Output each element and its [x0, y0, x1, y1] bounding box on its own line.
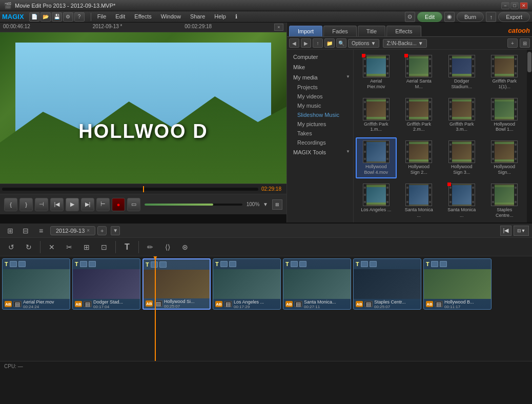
redo-button[interactable]: ↻: [22, 240, 36, 254]
forward-button[interactable]: ▶: [301, 38, 311, 48]
file-item-dodger[interactable]: Dodger Stadium...: [441, 52, 482, 93]
clip-hollywood-sign[interactable]: T AB ▤ Hollywood Si... 00:25:07: [142, 258, 211, 310]
sidebar-item-mypictures[interactable]: My pictures: [287, 119, 353, 129]
menu-share[interactable]: Share: [186, 12, 209, 21]
burn-mode-button[interactable]: Burn: [457, 12, 484, 22]
clip-los-angeles[interactable]: T AB ▤ Los Angeles ... 00:17:29: [213, 258, 281, 310]
file-item-griffith2[interactable]: Griffith Park 1.m...: [356, 95, 397, 136]
sidebar-item-myvideos[interactable]: My videos: [287, 92, 353, 101]
file-item-santa-monica2[interactable]: Santa Monica ...: [441, 180, 482, 221]
export-icon[interactable]: ↑: [486, 12, 496, 22]
path-dropdown[interactable]: Z:\N-Backu... ▼: [383, 39, 426, 48]
tab-fades[interactable]: Fades: [323, 26, 357, 36]
file-item-hollywood-sign2[interactable]: Hollywood Sign 2...: [399, 137, 440, 178]
sidebar-item-slideshowmusic[interactable]: Slideshow Music: [287, 110, 353, 119]
file-item-aerial-santa[interactable]: Aerial Santa M...: [399, 52, 440, 93]
mark-in-button[interactable]: {: [4, 198, 17, 211]
save-button[interactable]: 💾: [52, 12, 62, 22]
preview-scrubber[interactable]: 02:29:18: [0, 184, 287, 194]
file-item-staples[interactable]: Staples Centre...: [484, 180, 525, 221]
file-item-santa-monica1[interactable]: Santa Monica ...: [399, 180, 440, 221]
sidebar-item-mike[interactable]: Mike: [287, 62, 353, 72]
file-item-aerial-pier[interactable]: Aerial Pier.mov: [356, 52, 397, 93]
cut-remove-button[interactable]: ✕: [45, 240, 59, 254]
file-item-hollywood-sign3[interactable]: Hollywood Sign 3...: [441, 137, 482, 178]
menu-edit[interactable]: Edit: [111, 12, 129, 21]
help-tool-button[interactable]: ?: [74, 12, 85, 22]
file-item-hollywood-sign4[interactable]: Hollywood Sign...: [484, 137, 525, 178]
prev-frame-button[interactable]: ⊣: [35, 198, 48, 211]
chain-button[interactable]: ⊛: [178, 240, 192, 254]
file-item-hollywood-bowl1[interactable]: Hollywood Bowl 1...: [484, 95, 525, 136]
sidebar-item-projects[interactable]: Projects: [287, 83, 353, 92]
mark-out-button[interactable]: }: [19, 198, 33, 211]
text-button[interactable]: T: [120, 240, 134, 254]
tab-close-button[interactable]: ×: [87, 228, 90, 233]
preview-close-btn[interactable]: ×: [274, 24, 283, 31]
add-view-button[interactable]: +: [507, 38, 518, 48]
scrollbar[interactable]: [527, 50, 532, 223]
zoom-dropdown[interactable]: ▼: [263, 201, 268, 207]
tab-import[interactable]: Import: [289, 26, 322, 36]
menu-window[interactable]: Window: [157, 12, 185, 21]
paste-button[interactable]: ⊡: [97, 240, 111, 254]
undo-button[interactable]: ↺: [4, 240, 18, 254]
tab-dropdown-button[interactable]: ▼: [111, 226, 120, 235]
close-button[interactable]: ✕: [520, 2, 528, 9]
edit-mode-button[interactable]: Edit: [417, 12, 442, 22]
open-button[interactable]: 📂: [40, 12, 51, 22]
clip-aerial-pier[interactable]: T AB ▤ Aerial Pier.mov 00:24:24: [2, 258, 70, 310]
next-frame-button[interactable]: ⊢: [96, 198, 110, 211]
sidebar-item-magixtools[interactable]: MAGIX Tools: [287, 147, 353, 157]
monitor-icon[interactable]: ⊙: [405, 12, 415, 22]
menu-effects[interactable]: Effects: [130, 12, 155, 21]
copy-button[interactable]: ⊞: [79, 240, 94, 254]
clip-dodger[interactable]: T AB ▤ Dodger Stad... 00:17:04: [72, 258, 140, 310]
volume-bar[interactable]: [145, 204, 242, 206]
minimize-button[interactable]: −: [501, 2, 509, 9]
folder-view-button[interactable]: 📁: [324, 38, 335, 48]
timeline-tab[interactable]: 2012-09-13 ×: [50, 226, 95, 235]
tracks-scroll[interactable]: T AB ▤ Aerial Pier.mov 00:24:24: [0, 256, 532, 361]
clip-staples[interactable]: T AB ▤ Staples Centr... 00:25:07: [353, 258, 421, 310]
timeline-view-button[interactable]: ⊟: [18, 224, 33, 237]
timeline-bar[interactable]: [2, 188, 258, 191]
sidebar-item-takes[interactable]: Takes: [287, 129, 353, 138]
add-tab-button[interactable]: +: [97, 226, 107, 235]
export-mode-button[interactable]: Export: [498, 12, 530, 22]
preview-video[interactable]: HOLLWOO D: [0, 32, 287, 184]
menu-info[interactable]: ℹ: [231, 12, 241, 21]
settings-button[interactable]: ⚙: [63, 12, 73, 22]
tab-effects[interactable]: Effects: [386, 26, 421, 36]
back-button[interactable]: ◀: [289, 38, 299, 48]
effects-button[interactable]: ⟨⟩: [160, 240, 175, 254]
up-button[interactable]: ↑: [313, 38, 323, 48]
list-view-button[interactable]: ≡: [34, 224, 48, 237]
storyboard-view-button[interactable]: ⊞: [3, 224, 17, 237]
options-dropdown[interactable]: Options ▼: [348, 39, 379, 48]
menu-file[interactable]: File: [93, 12, 111, 21]
record-button[interactable]: ●: [112, 198, 125, 211]
burn-icon[interactable]: ◉: [444, 12, 455, 22]
file-item-griffith3[interactable]: Griffith Park 2.m...: [399, 95, 440, 136]
scissors-button[interactable]: ✂: [62, 240, 76, 254]
sidebar-item-mymedia[interactable]: My media: [287, 72, 353, 83]
goto-start-button[interactable]: |◀: [50, 198, 64, 211]
draw-button[interactable]: ✏: [143, 240, 157, 254]
expand-preview-button[interactable]: ⊞: [272, 199, 282, 210]
search-button[interactable]: 🔍: [336, 38, 346, 48]
file-item-hollywood-bowl4[interactable]: Hollywood Bowl 4.mov: [356, 137, 397, 178]
goto-end-button[interactable]: ▶|: [81, 198, 94, 211]
play-button[interactable]: ▶: [66, 198, 79, 211]
new-button[interactable]: 📄: [29, 12, 39, 22]
grid-view-button[interactable]: ⊞: [520, 38, 530, 48]
file-item-griffith1[interactable]: Griffith Park 1(1)...: [484, 52, 525, 93]
timeline-options-button[interactable]: ⊟▼: [514, 226, 529, 236]
sidebar-item-mymusic[interactable]: My music: [287, 101, 353, 110]
menu-help[interactable]: Help: [210, 12, 230, 21]
sidebar-item-recordings[interactable]: Recordings: [287, 138, 353, 147]
clip-santa-monica[interactable]: T AB ▤ Santa Monica... 00:27:11: [283, 258, 351, 310]
file-item-griffith4[interactable]: Griffith Park 3.m...: [441, 95, 482, 136]
skip-start-button[interactable]: |◀: [500, 226, 511, 236]
tab-title[interactable]: Title: [358, 26, 385, 36]
